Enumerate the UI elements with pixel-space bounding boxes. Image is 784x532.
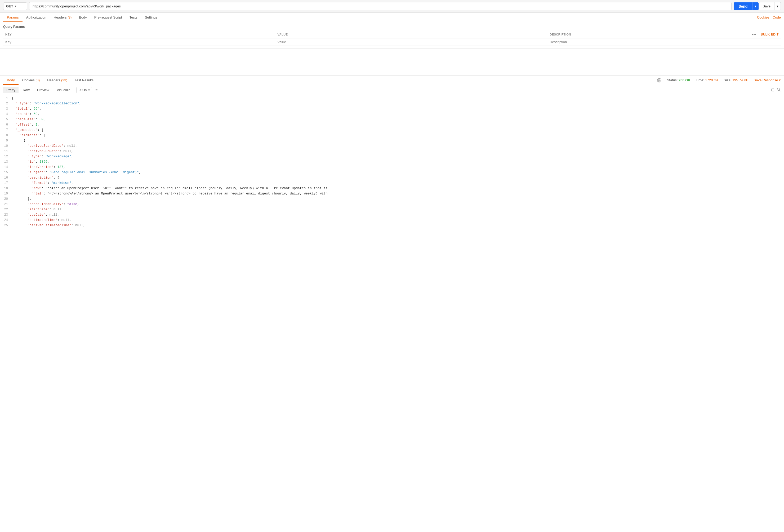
status-value: 200 OK (679, 78, 691, 82)
time-label: Time: (696, 78, 704, 82)
params-table: KEY VALUE DESCRIPTION ••• Bulk Edit (3, 31, 781, 46)
code-line: 3 "total": 954, (0, 107, 784, 112)
format-tab-pretty[interactable]: Pretty (3, 87, 19, 93)
wrap-lines-icon[interactable]: ≡ (93, 87, 100, 93)
save-dropdown-button[interactable]: ▾ (775, 2, 781, 10)
tab-headers[interactable]: Headers (8) (50, 13, 75, 22)
code-line: 7 "_embedded": { (0, 128, 784, 133)
params-placeholder-row (3, 38, 781, 46)
tab-params[interactable]: Params (3, 13, 23, 22)
code-line: 22 "startDate": null, (0, 207, 784, 213)
key-column-header: KEY (5, 33, 12, 36)
svg-line-6 (780, 90, 781, 91)
size-value: 195.74 KB (732, 78, 749, 82)
code-line: 25 "derivedEstimatedTime": null, (0, 223, 784, 229)
format-tab-raw[interactable]: Raw (20, 87, 33, 93)
url-input[interactable] (29, 2, 732, 10)
status-label: Status: (667, 78, 677, 82)
size-label: Size: (724, 78, 731, 82)
code-line: 10 "derivedStartDate": null, (0, 144, 784, 149)
tab-authorization[interactable]: Authorization (23, 13, 50, 22)
method-select[interactable]: GET ▾ (3, 2, 27, 10)
format-bar: Pretty Raw Preview Visualize JSON ▾ ≡ (0, 85, 784, 95)
code-line: 9 { (0, 139, 784, 144)
code-line: 6 "offset": 1, (0, 123, 784, 128)
tab-prerequest[interactable]: Pre-request Script (91, 13, 126, 22)
response-tab-test-results[interactable]: Test Results (71, 76, 97, 85)
send-dropdown-button[interactable]: ▾ (752, 2, 759, 10)
code-line: 23 "dueDate": null, (0, 213, 784, 218)
time-value: 1720 ms (705, 78, 718, 82)
code-line: 20 }, (0, 197, 784, 202)
value-column-header: VALUE (278, 33, 288, 36)
save-response-button[interactable]: Save Response ▾ (754, 78, 781, 82)
save-button[interactable]: Save (759, 2, 775, 10)
response-status-area: Status: 200 OK Time: 1720 ms Size: 195.7… (657, 78, 781, 83)
code-line: 21 "scheduleManually": false, (0, 202, 784, 207)
code-line: 15 "subject": "Send regular email summar… (0, 170, 784, 176)
value-input[interactable] (278, 40, 545, 44)
response-area: Body Cookies (3) Headers (23) Test Resul… (0, 76, 784, 523)
code-line: 4 "count": 50, (0, 112, 784, 117)
code-line: 13 "id": 1899, (0, 160, 784, 165)
code-line: 18 "raw": "**As** an OpenProject user \n… (0, 186, 784, 192)
svg-rect-4 (772, 89, 774, 91)
code-line: 11 "derivedDueDate": null, (0, 149, 784, 155)
method-label: GET (6, 4, 13, 8)
send-button[interactable]: Send (734, 2, 752, 10)
response-tabs: Body Cookies (3) Headers (23) Test Resul… (0, 76, 784, 85)
globe-icon (657, 78, 662, 83)
method-chevron-icon: ▾ (15, 5, 16, 8)
code-line: 17 "format": "markdown", (0, 181, 784, 186)
code-line: 24 "estimatedTime": null, (0, 218, 784, 223)
url-bar: GET ▾ Send ▾ Save ▾ (0, 0, 784, 13)
format-tab-preview[interactable]: Preview (34, 87, 52, 93)
tab-body[interactable]: Body (75, 13, 91, 22)
more-actions-button[interactable]: ••• (752, 32, 756, 36)
code-viewer[interactable]: 1{2 "_type": "WorkPackageCollection",3 "… (0, 95, 784, 523)
format-select-dropdown[interactable]: JSON ▾ (76, 87, 92, 93)
code-line: 14 "lockVersion": 137, (0, 165, 784, 170)
code-line: 2 "_type": "WorkPackageCollection", (0, 102, 784, 107)
code-line: 16 "description": { (0, 176, 784, 181)
code-line: 1{ (0, 96, 784, 102)
response-tab-headers[interactable]: Headers (23) (44, 76, 71, 85)
description-column-header: DESCRIPTION (550, 33, 571, 36)
response-tab-cookies[interactable]: Cookies (3) (19, 76, 44, 85)
description-input[interactable] (550, 40, 779, 44)
send-save-group: Send ▾ Save ▾ (734, 2, 781, 10)
tab-settings[interactable]: Settings (141, 13, 161, 22)
bulk-edit-button[interactable]: Bulk Edit (761, 33, 779, 36)
code-line: 5 "pageSize": 50, (0, 117, 784, 123)
format-right-actions (770, 87, 781, 93)
params-title: Query Params (3, 25, 781, 29)
copy-icon[interactable] (770, 87, 775, 93)
cookies-link[interactable]: Cookies (757, 16, 769, 19)
key-input[interactable] (5, 40, 273, 44)
request-tabs: Params Authorization Headers (8) Body Pr… (0, 13, 784, 22)
code-line: 19 "html": "<p><strong>As</strong> an Op… (0, 192, 784, 197)
code-line: 12 "_type": "WorkPackage", (0, 155, 784, 160)
params-section: Query Params KEY VALUE DESCRIPTION ••• B… (0, 22, 784, 49)
search-icon[interactable] (777, 87, 781, 93)
code-link[interactable]: Code (773, 16, 781, 19)
code-line: 8 "elements": [ (0, 133, 784, 139)
tab-right-links: Cookies Code (757, 16, 781, 19)
format-tab-visualize[interactable]: Visualize (54, 87, 74, 93)
empty-space (0, 49, 784, 75)
tab-tests[interactable]: Tests (126, 13, 141, 22)
response-tab-body[interactable]: Body (3, 76, 19, 85)
